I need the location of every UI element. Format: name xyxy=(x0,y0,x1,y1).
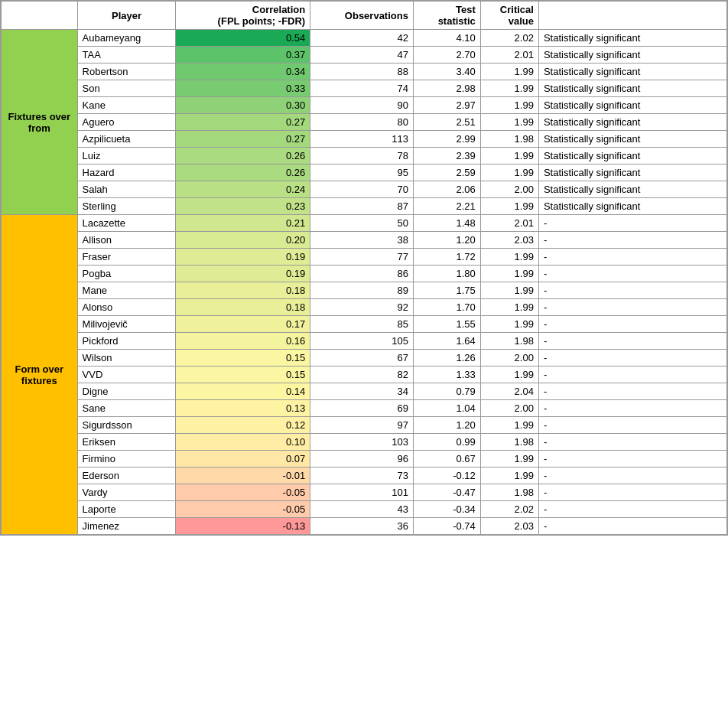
test-stat-cell: 2.70 xyxy=(413,47,480,64)
observations-cell: 36 xyxy=(310,518,414,535)
table-row: Firmino0.07960.671.99- xyxy=(2,451,727,468)
test-stat-cell: 2.59 xyxy=(413,165,480,181)
test-stat-cell: 2.51 xyxy=(413,114,480,131)
observations-cell: 74 xyxy=(310,80,414,97)
critical-value-cell: 2.00 xyxy=(480,350,538,367)
test-stat-cell: -0.74 xyxy=(413,518,480,535)
critical-value-cell: 2.04 xyxy=(480,383,538,400)
table-row: Sane0.13691.042.00- xyxy=(2,400,727,417)
test-stat-cell: 2.99 xyxy=(413,131,480,148)
player-cell: Jimenez xyxy=(77,518,176,535)
table-row: Milivojevič0.17851.551.99- xyxy=(2,316,727,333)
test-stat-cell: 1.26 xyxy=(413,350,480,367)
correlation-cell: -0.13 xyxy=(176,518,310,535)
player-cell: Laporte xyxy=(77,501,176,518)
significance-cell: Statistically significant xyxy=(538,165,726,181)
significance-cell: - xyxy=(538,400,726,417)
significance-cell: Statistically significant xyxy=(538,198,726,215)
significance-cell: - xyxy=(538,266,726,282)
test-stat-cell: 1.75 xyxy=(413,282,480,299)
player-cell: Vardy xyxy=(77,484,176,501)
significance-cell: - xyxy=(538,468,726,484)
player-cell: Lacazette xyxy=(77,215,176,232)
correlation-cell: 0.17 xyxy=(176,316,310,333)
player-cell: Son xyxy=(77,80,176,97)
category-cell: Form over fixtures xyxy=(2,215,78,535)
observations-cell: 85 xyxy=(310,316,414,333)
critical-value-cell: 2.01 xyxy=(480,215,538,232)
observations-cell: 69 xyxy=(310,400,414,417)
player-cell: Mane xyxy=(77,282,176,299)
correlation-cell: -0.01 xyxy=(176,468,310,484)
test-stat-cell: 1.20 xyxy=(413,417,480,434)
correlation-cell: 0.18 xyxy=(176,299,310,316)
player-cell: Fraser xyxy=(77,249,176,266)
correlation-cell: 0.18 xyxy=(176,282,310,299)
test-stat-cell: 1.80 xyxy=(413,266,480,282)
critical-value-cell: 1.98 xyxy=(480,131,538,148)
test-stat-cell: 2.21 xyxy=(413,198,480,215)
test-stat-cell: 3.40 xyxy=(413,64,480,80)
critical-value-cell: 1.99 xyxy=(480,165,538,181)
critical-value-cell: 1.99 xyxy=(480,148,538,165)
observations-cell: 38 xyxy=(310,232,414,249)
observations-cell: 73 xyxy=(310,468,414,484)
test-stat-cell: 1.48 xyxy=(413,215,480,232)
table-row: Eriksen0.101030.991.98- xyxy=(2,434,727,451)
table-row: Laporte-0.0543-0.342.02- xyxy=(2,501,727,518)
observations-cell: 43 xyxy=(310,501,414,518)
observations-cell: 113 xyxy=(310,131,414,148)
significance-cell: Statistically significant xyxy=(538,114,726,131)
player-cell: Wilson xyxy=(77,350,176,367)
critical-value-cell: 1.99 xyxy=(480,198,538,215)
critical-value-cell: 2.00 xyxy=(480,400,538,417)
observations-cell: 78 xyxy=(310,148,414,165)
main-table-wrapper: Player Correlation(FPL points; -FDR) Obs… xyxy=(0,0,728,536)
correlation-cell: 0.20 xyxy=(176,232,310,249)
test-stat-cell: 0.79 xyxy=(413,383,480,400)
observations-cell: 97 xyxy=(310,417,414,434)
test-stat-cell: -0.34 xyxy=(413,501,480,518)
correlation-cell: 0.12 xyxy=(176,417,310,434)
table-row: Son0.33742.981.99Statistically significa… xyxy=(2,80,727,97)
test-stat-cell: 2.97 xyxy=(413,97,480,114)
significance-cell: - xyxy=(538,484,726,501)
table-row: Digne0.14340.792.04- xyxy=(2,383,727,400)
correlation-cell: 0.19 xyxy=(176,266,310,282)
critical-value-cell: 1.99 xyxy=(480,468,538,484)
player-cell: Luiz xyxy=(77,148,176,165)
statistics-table: Player Correlation(FPL points; -FDR) Obs… xyxy=(1,1,727,535)
category-cell: Fixtures over from xyxy=(2,30,78,215)
test-stat-cell: 4.10 xyxy=(413,30,480,47)
table-row: Sterling0.23872.211.99Statistically sign… xyxy=(2,198,727,215)
significance-cell: - xyxy=(538,249,726,266)
table-row: Fixtures over fromAubameyang0.54424.102.… xyxy=(2,30,727,47)
observations-cell: 70 xyxy=(310,181,414,198)
table-row: Sigurdsson0.12971.201.99- xyxy=(2,417,727,434)
critical-value-cell: 2.00 xyxy=(480,181,538,198)
observations-cell: 86 xyxy=(310,266,414,282)
correlation-cell: 0.37 xyxy=(176,47,310,64)
correlation-cell: 0.23 xyxy=(176,198,310,215)
significance-cell: - xyxy=(538,299,726,316)
correlation-cell: -0.05 xyxy=(176,501,310,518)
table-row: Hazard0.26952.591.99Statistically signif… xyxy=(2,165,727,181)
table-body: Fixtures over fromAubameyang0.54424.102.… xyxy=(2,30,727,535)
significance-cell: - xyxy=(538,316,726,333)
test-stat-cell: 1.04 xyxy=(413,400,480,417)
observations-cell: 47 xyxy=(310,47,414,64)
significance-cell: - xyxy=(538,383,726,400)
correlation-cell: 0.16 xyxy=(176,333,310,350)
critical-value-cell: 1.99 xyxy=(480,266,538,282)
correlation-cell: 0.07 xyxy=(176,451,310,468)
correlation-cell: 0.15 xyxy=(176,350,310,367)
correlation-cell: 0.21 xyxy=(176,215,310,232)
correlation-cell: 0.54 xyxy=(176,30,310,47)
critical-value-cell: 1.99 xyxy=(480,97,538,114)
observations-cell: 50 xyxy=(310,215,414,232)
critical-value-cell: 1.99 xyxy=(480,417,538,434)
table-row: Aguero0.27802.511.99Statistically signif… xyxy=(2,114,727,131)
player-cell: Salah xyxy=(77,181,176,198)
player-cell: Aguero xyxy=(77,114,176,131)
header-correlation: Correlation(FPL points; -FDR) xyxy=(176,2,310,30)
